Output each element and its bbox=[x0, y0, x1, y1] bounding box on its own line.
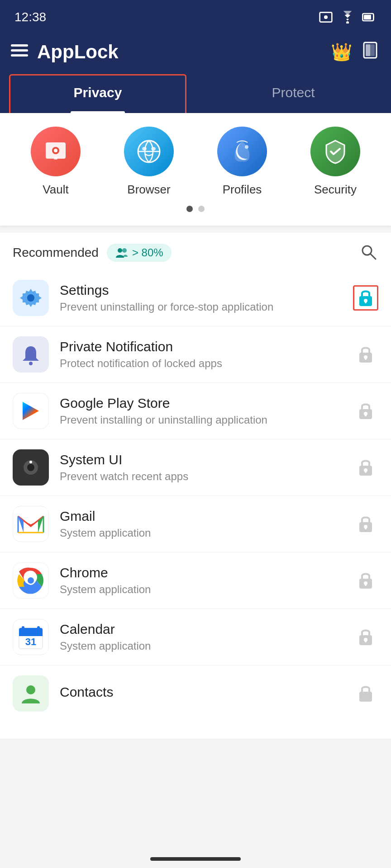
svg-rect-33 bbox=[365, 357, 367, 360]
svg-point-22 bbox=[122, 248, 127, 253]
notification-app-icon bbox=[13, 336, 49, 373]
svg-point-20 bbox=[245, 145, 248, 149]
svg-point-61 bbox=[26, 685, 35, 694]
svg-point-18 bbox=[142, 147, 147, 151]
feature-security-label: Security bbox=[314, 183, 357, 197]
settings-lock-icon[interactable] bbox=[353, 285, 378, 311]
svg-point-19 bbox=[151, 147, 156, 151]
app-list: Settings Prevent uninstalling or force-s… bbox=[0, 270, 391, 739]
profiles-icon-circle bbox=[217, 127, 267, 176]
app-item-notification[interactable]: Private Notification Protect notificatio… bbox=[0, 326, 391, 383]
svg-rect-10 bbox=[366, 44, 370, 56]
svg-rect-62 bbox=[359, 692, 372, 702]
playstore-app-name: Google Play Store bbox=[60, 396, 342, 411]
hamburger-menu-icon[interactable] bbox=[11, 44, 28, 60]
contacts-app-info: Contacts bbox=[60, 684, 342, 703]
svg-point-13 bbox=[54, 149, 57, 152]
playstore-app-icon bbox=[13, 393, 49, 429]
people-icon bbox=[115, 247, 129, 259]
playstore-app-info: Google Play Store Prevent installing or … bbox=[60, 396, 342, 426]
systemui-app-icon bbox=[13, 449, 49, 486]
app-item-gmail[interactable]: Gmail System application bbox=[0, 496, 391, 552]
recommended-badge: > 80% bbox=[107, 244, 172, 262]
tab-protect[interactable]: Protect bbox=[196, 72, 391, 113]
tab-underline bbox=[71, 111, 125, 113]
feature-row: Vault Browser bbox=[9, 127, 382, 197]
browser-icon-circle bbox=[124, 127, 174, 176]
settings-app-icon bbox=[13, 280, 49, 316]
svg-rect-42 bbox=[365, 470, 367, 473]
feature-browser[interactable]: Browser bbox=[113, 127, 185, 197]
feature-vault[interactable]: Vault bbox=[19, 127, 92, 197]
dot-1 bbox=[186, 206, 193, 212]
svg-rect-45 bbox=[365, 527, 367, 529]
feature-vault-label: Vault bbox=[43, 183, 68, 197]
svg-rect-36 bbox=[365, 414, 367, 416]
recommended-left: Recommended > 80% bbox=[13, 244, 172, 262]
app-item-settings[interactable]: Settings Prevent uninstalling or force-s… bbox=[0, 270, 391, 326]
search-button[interactable] bbox=[358, 242, 378, 264]
calendar-app-info: Calendar System application bbox=[60, 622, 342, 652]
app-item-playstore[interactable]: Google Play Store Prevent installing or … bbox=[0, 383, 391, 439]
gmail-lock-icon[interactable] bbox=[353, 511, 378, 537]
notification-lock-icon[interactable] bbox=[353, 342, 378, 367]
dot-2 bbox=[198, 206, 205, 212]
systemui-app-info: System UI Prevent watch recent apps bbox=[60, 452, 342, 483]
svg-rect-6 bbox=[11, 49, 28, 52]
status-bar: 12:38 bbox=[0, 0, 391, 32]
app-title: AppLock bbox=[37, 41, 322, 63]
calendar-lock-icon[interactable] bbox=[353, 624, 378, 650]
calendar-app-desc: System application bbox=[60, 640, 342, 652]
recommended-badge-text: > 80% bbox=[132, 246, 163, 259]
playstore-app-desc: Prevent installing or uninstalling appli… bbox=[60, 414, 342, 426]
screen-record-icon bbox=[319, 10, 333, 24]
status-time: 12:38 bbox=[14, 10, 46, 24]
tab-bar: Privacy Protect bbox=[0, 72, 391, 113]
tab-protect-label: Protect bbox=[272, 85, 315, 100]
recommended-label: Recommended bbox=[13, 245, 99, 260]
app-item-contacts[interactable]: Contacts bbox=[0, 665, 391, 739]
gmail-app-icon bbox=[13, 506, 49, 542]
notification-app-info: Private Notification Protect notificatio… bbox=[60, 339, 342, 370]
settings-app-name: Settings bbox=[60, 283, 342, 298]
svg-point-1 bbox=[324, 15, 328, 19]
app-item-calendar[interactable]: 31 Calendar System application bbox=[0, 609, 391, 665]
svg-point-30 bbox=[29, 362, 33, 365]
settings-app-desc: Prevent uninstalling or force-stop appli… bbox=[60, 301, 342, 313]
chrome-app-info: Chrome System application bbox=[60, 565, 342, 596]
contacts-app-icon bbox=[13, 675, 49, 712]
svg-point-38 bbox=[27, 464, 34, 471]
home-indicator bbox=[150, 857, 241, 861]
gmail-app-desc: System application bbox=[60, 527, 342, 539]
app-item-chrome[interactable]: Chrome System application bbox=[0, 552, 391, 609]
vip-crown-icon[interactable]: 👑 bbox=[331, 42, 352, 62]
svg-rect-60 bbox=[365, 640, 367, 642]
svg-point-21 bbox=[118, 248, 122, 253]
chrome-app-icon bbox=[13, 562, 49, 599]
svg-rect-14 bbox=[54, 157, 57, 160]
status-icons bbox=[319, 10, 377, 24]
chrome-lock-icon[interactable] bbox=[353, 568, 378, 593]
recommended-header: Recommended > 80% bbox=[0, 233, 391, 270]
carousel-dots bbox=[9, 206, 382, 217]
tab-privacy[interactable]: Privacy bbox=[0, 72, 196, 113]
contacts-app-name: Contacts bbox=[60, 684, 342, 700]
svg-point-2 bbox=[346, 21, 349, 24]
svg-rect-55 bbox=[22, 626, 24, 632]
app-bar: AppLock 👑 bbox=[0, 32, 391, 72]
theme-icon[interactable] bbox=[361, 41, 380, 63]
app-item-systemui[interactable]: System UI Prevent watch recent apps bbox=[0, 439, 391, 496]
playstore-lock-icon[interactable] bbox=[353, 398, 378, 424]
gmail-app-info: Gmail System application bbox=[60, 509, 342, 539]
battery-icon bbox=[362, 10, 377, 24]
feature-security[interactable]: Security bbox=[299, 127, 372, 197]
svg-rect-56 bbox=[37, 626, 40, 632]
contacts-lock-icon[interactable] bbox=[353, 681, 378, 706]
svg-point-48 bbox=[28, 577, 34, 584]
systemui-lock-icon[interactable] bbox=[353, 455, 378, 480]
svg-rect-51 bbox=[365, 583, 367, 586]
chrome-app-name: Chrome bbox=[60, 565, 342, 580]
feature-profiles[interactable]: Profiles bbox=[206, 127, 278, 197]
feature-browser-label: Browser bbox=[127, 183, 170, 197]
gmail-app-name: Gmail bbox=[60, 509, 342, 524]
